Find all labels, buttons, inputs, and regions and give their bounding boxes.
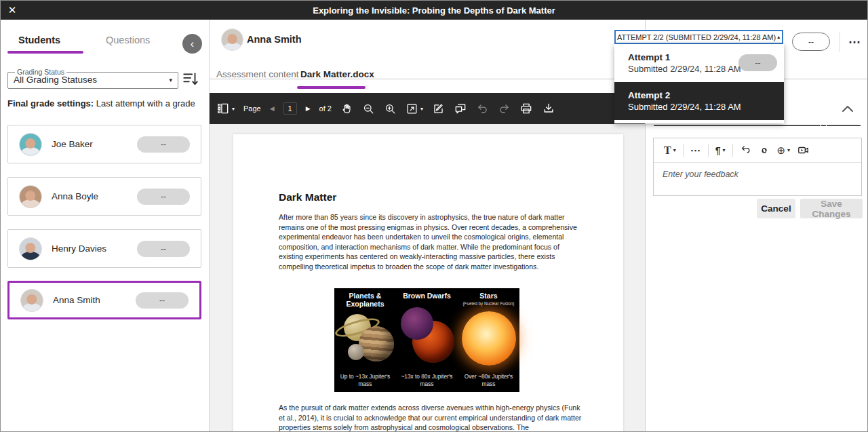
student-card-joe-baker[interactable]: Joe Baker -- [7, 125, 201, 163]
collapse-sidebar-button[interactable]: ‹ [182, 34, 202, 54]
video-camera-icon [797, 144, 810, 157]
student-card-anna-boyle[interactable]: Anna Boyle -- [7, 177, 201, 216]
student-name: Joe Baker [52, 139, 137, 149]
more-formatting-button[interactable]: ⋯ [690, 144, 701, 157]
attempt-grade-pill[interactable]: -- [738, 54, 777, 71]
figure-caption: Over ~80x Jupiter's mass [458, 373, 519, 387]
tab-assessment-content[interactable]: Assessment content [216, 69, 299, 79]
student-card-anna-smith[interactable]: Anna Smith -- [7, 281, 201, 319]
next-page-button[interactable]: ▶ [306, 105, 311, 112]
page-thumbnails-icon [216, 102, 230, 115]
student-card-henry-davies[interactable]: Henry Davies -- [7, 229, 201, 268]
attempt-1-option[interactable]: Attempt 1 Submitted 2/29/24, 11:28 AM -- [614, 44, 784, 82]
moon-graphic [348, 344, 364, 360]
toolbar-separator [708, 144, 709, 157]
grade-pill-button[interactable]: -- [137, 241, 190, 257]
grade-pill-button[interactable]: -- [137, 189, 190, 205]
document-title: Dark Matter [279, 191, 336, 203]
previous-page-button[interactable]: ◀ [270, 105, 275, 112]
figure-column-brown-dwarfs: Brown Dwarfs ~13x to 80x Jupiter's mass [396, 288, 458, 392]
student-name: Anna Smith [53, 295, 136, 305]
chevron-down-icon: ▾ [169, 77, 172, 83]
save-changes-button[interactable]: Save Changes [800, 199, 863, 218]
grading-status-value: All Grading Statuses [14, 75, 97, 85]
chevron-down-icon: ▾ [420, 106, 423, 112]
insert-link-button[interactable] [758, 144, 770, 157]
annotate-button[interactable] [432, 102, 445, 115]
avatar [19, 185, 42, 208]
attempt-2-option[interactable]: Attempt 2 Submitted 2/29/24, 11:28 AM [614, 82, 784, 120]
page-layout-button[interactable]: ▾ [216, 102, 235, 115]
redo-icon [498, 102, 511, 115]
grading-status-select[interactable]: Grading Status All Grading Statuses ▾ [7, 68, 178, 89]
tab-dark-matter-docx[interactable]: Dark Matter.docx [300, 69, 374, 79]
grade-pill-button[interactable]: -- [136, 292, 189, 309]
download-icon [542, 102, 555, 115]
avatar [19, 133, 42, 156]
attempt-grade-pill-button[interactable]: -- [792, 33, 830, 51]
figure-heading: Stars [458, 292, 519, 300]
chevron-up-icon [841, 104, 854, 114]
record-video-button[interactable] [797, 144, 810, 157]
star-graphic [462, 311, 516, 366]
chevron-down-icon: ▾ [673, 147, 676, 153]
attempt-subtitle: Submitted 2/29/24, 11:28 AM [628, 102, 784, 112]
undo-icon [476, 102, 489, 115]
current-student-name: Anna Smith [247, 34, 302, 45]
document-viewport[interactable]: Dark Matter After more than 85 years sin… [210, 124, 645, 432]
toolbar-separator [732, 144, 733, 157]
editor-undo-button[interactable] [740, 144, 751, 156]
print-button[interactable] [519, 102, 533, 115]
fit-to-page-button[interactable]: ▾ [406, 102, 423, 115]
page-number-input[interactable] [283, 102, 297, 115]
paragraph-style-button[interactable]: ¶ ▾ [715, 145, 726, 156]
main-panel: Anna Smith Assessment content Dark Matte… [210, 20, 645, 432]
edit-pencil-icon [432, 102, 445, 115]
tab-questions[interactable]: Questions [106, 35, 150, 45]
figure-subheading: (Fueled by Nuclear Fusion) [458, 301, 519, 306]
redo-button[interactable] [498, 102, 511, 115]
student-name: Anna Boyle [52, 191, 137, 201]
figure-heading: Brown Dwarfs [396, 292, 458, 300]
figure-caption: ~13x to 80x Jupiter's mass [396, 373, 458, 387]
zoom-out-button[interactable] [362, 102, 375, 115]
sort-students-button[interactable] [181, 70, 200, 89]
figure-heading: Planets & Exoplanets [334, 292, 396, 308]
undo-button[interactable] [476, 102, 489, 115]
zoom-in-button[interactable] [384, 102, 397, 115]
fit-page-icon [406, 102, 418, 115]
collapse-feedback-button[interactable] [839, 102, 856, 117]
document-paragraph: After more than 85 years since its disco… [279, 212, 584, 272]
more-options-button[interactable]: ⋯ [844, 33, 865, 51]
tab-active-underline [7, 51, 83, 54]
undo-icon [740, 144, 751, 156]
grade-pill-button[interactable]: -- [137, 136, 190, 153]
insert-content-button[interactable]: ⊕ ▾ [777, 144, 791, 157]
comment-bubbles-icon [454, 102, 467, 115]
attempt-dropdown-menu: Attempt 1 Submitted 2/29/24, 11:28 AM --… [614, 44, 784, 123]
cancel-button[interactable]: Cancel [757, 199, 795, 218]
search-document-button[interactable] [818, 119, 831, 134]
top-bar: ✕ Exploring the Invisible: Probing the D… [1, 1, 867, 20]
grading-window: ✕ Exploring the Invisible: Probing the D… [0, 0, 868, 432]
jupiter-graphic [359, 326, 394, 361]
page-label: Page [243, 104, 261, 113]
plus-circle-icon: ⊕ [777, 144, 786, 157]
content-tabs: Assessment content Dark Matter.docx [210, 60, 645, 90]
panel-divider [840, 32, 840, 52]
comments-button[interactable] [454, 102, 467, 115]
attempt-selector[interactable]: ATTEMPT 2/2 (SUBMITTED 2/29/24, 11:28 AM… [614, 30, 783, 44]
tab-students[interactable]: Students [18, 35, 60, 45]
download-button[interactable] [542, 102, 555, 115]
pan-tool-button[interactable] [340, 102, 353, 115]
toolbar-separator [683, 144, 684, 157]
feedback-editor: T ▾ ⋯ ¶ ▾ [653, 138, 862, 196]
student-header: Anna Smith [210, 20, 645, 60]
feedback-input[interactable] [654, 163, 861, 195]
figure-column-planets: Planets & Exoplanets Up to ~13x Jupiter'… [334, 288, 396, 392]
figure-caption: Up to ~13x Jupiter's mass [334, 373, 396, 387]
text-style-button[interactable]: T ▾ [664, 144, 676, 157]
document-page: Dark Matter After more than 85 years sin… [233, 134, 623, 432]
chevron-left-icon: ‹ [191, 38, 194, 50]
tab-active-underline [297, 86, 366, 89]
